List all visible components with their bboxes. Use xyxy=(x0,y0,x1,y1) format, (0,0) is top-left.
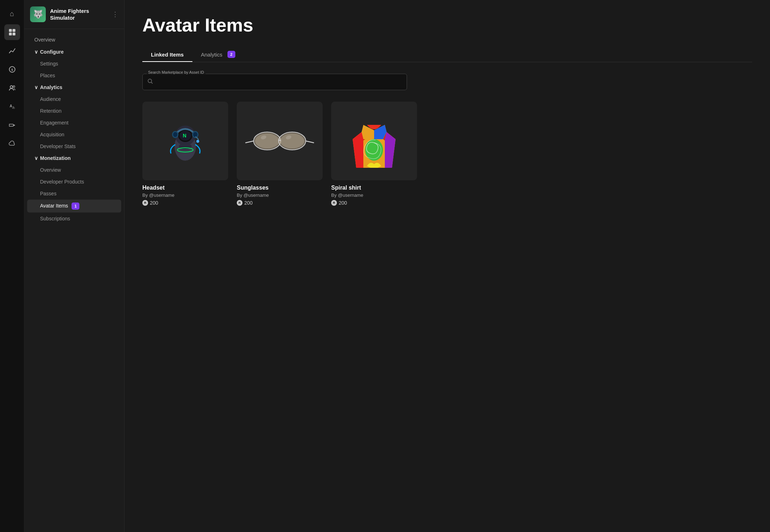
tab-linked-items-label: Linked Items xyxy=(151,52,184,58)
tabs-container: Linked Items Analytics 2 xyxy=(142,47,752,62)
analytics-label: Analytics xyxy=(40,84,62,90)
item-card-spiral-shirt[interactable]: Spiral shirt By @username R 200 xyxy=(331,102,417,206)
svg-point-7 xyxy=(13,86,15,88)
item-image-sunglasses xyxy=(237,102,323,180)
nav-cloud[interactable] xyxy=(4,136,20,152)
game-title: Anime Fighters Simulator xyxy=(50,8,108,21)
tab-analytics[interactable]: Analytics 2 xyxy=(192,47,244,62)
sidebar-item-retention[interactable]: Retention xyxy=(27,105,121,117)
sidebar-item-engagement[interactable]: Engagement xyxy=(27,117,121,128)
nav-ads[interactable] xyxy=(4,117,20,133)
item-by-sunglasses: By @username xyxy=(237,192,323,198)
sidebar-nav: Overview ∨ Configure Settings Places ∨ A… xyxy=(24,29,124,532)
svg-point-22 xyxy=(196,140,199,143)
item-price-headset: R 200 xyxy=(142,200,228,206)
robux-icon-spiral-shirt: R xyxy=(331,200,337,206)
item-image-spiral-shirt xyxy=(331,102,417,180)
svg-rect-3 xyxy=(13,33,15,35)
svg-rect-0 xyxy=(9,29,12,32)
nav-monetization[interactable]: $ xyxy=(4,62,20,77)
sidebar-item-subscriptions[interactable]: Subscriptions xyxy=(27,213,121,224)
sidebar-item-audience[interactable]: Audience xyxy=(27,93,121,105)
configure-chevron: ∨ xyxy=(34,49,38,55)
item-name-sunglasses: Sunglasses xyxy=(237,185,323,191)
sidebar-item-avatar-items[interactable]: Avatar Items 1 xyxy=(27,200,121,213)
item-image-headset: N xyxy=(142,102,228,180)
sidebar-item-developer-stats[interactable]: Developer Stats xyxy=(27,141,121,152)
search-label: Search Marketplace by Asset ID xyxy=(147,70,206,74)
sidebar-item-passes[interactable]: Passes xyxy=(27,188,121,199)
analytics-chevron: ∨ xyxy=(34,84,38,90)
svg-text:N: N xyxy=(183,133,186,138)
icon-rail: ⌂ $ A あ xyxy=(0,0,24,532)
svg-rect-1 xyxy=(13,29,15,32)
nav-analytics[interactable] xyxy=(4,43,20,59)
svg-rect-2 xyxy=(9,33,12,35)
svg-point-6 xyxy=(10,86,13,88)
svg-point-20 xyxy=(173,132,177,137)
items-grid: N xyxy=(142,102,752,206)
nav-translate[interactable]: A あ xyxy=(4,99,20,114)
search-input[interactable] xyxy=(142,74,407,90)
tab-analytics-label: Analytics xyxy=(201,52,222,58)
sidebar-game-header: 🐺 Anime Fighters Simulator ⋮ xyxy=(24,0,124,29)
svg-text:$: $ xyxy=(11,68,13,72)
game-avatar: 🐺 xyxy=(30,6,46,22)
item-price-sunglasses: R 200 xyxy=(237,200,323,206)
sidebar-item-places[interactable]: Places xyxy=(27,70,121,81)
robux-icon-headset: R xyxy=(142,200,148,206)
search-container: Search Marketplace by Asset ID xyxy=(142,74,407,90)
sidebar-section-configure[interactable]: ∨ Configure xyxy=(27,46,121,58)
robux-icon-sunglasses: R xyxy=(237,200,242,206)
sidebar: 🐺 Anime Fighters Simulator ⋮ Overview ∨ … xyxy=(24,0,124,532)
sidebar-item-settings[interactable]: Settings xyxy=(27,58,121,69)
sidebar-section-analytics[interactable]: ∨ Analytics xyxy=(27,82,121,93)
avatar-items-badge: 1 xyxy=(72,202,79,210)
configure-label: Configure xyxy=(40,49,64,55)
svg-text:あ: あ xyxy=(12,106,15,109)
svg-point-26 xyxy=(255,133,279,148)
sidebar-item-monetization-overview[interactable]: Overview xyxy=(27,164,121,176)
item-card-sunglasses[interactable]: Sunglasses By @username R 200 xyxy=(237,102,323,206)
sidebar-item-overview[interactable]: Overview xyxy=(27,34,121,46)
sidebar-item-acquisition[interactable]: Acquisition xyxy=(27,129,121,140)
svg-point-21 xyxy=(193,132,197,137)
search-icon xyxy=(147,78,153,86)
page-title: Avatar Items xyxy=(142,14,752,36)
main-content: Avatar Items Linked Items Analytics 2 Se… xyxy=(124,0,770,532)
item-name-headset: Headset xyxy=(142,185,228,191)
more-options-button[interactable]: ⋮ xyxy=(112,10,118,18)
sidebar-item-developer-products[interactable]: Developer Products xyxy=(27,176,121,187)
item-by-headset: By @username xyxy=(142,192,228,198)
nav-users[interactable] xyxy=(4,80,20,96)
tab-linked-items[interactable]: Linked Items xyxy=(142,48,192,62)
svg-line-12 xyxy=(151,82,152,83)
svg-line-30 xyxy=(306,141,314,143)
svg-line-29 xyxy=(246,141,254,143)
analytics-badge: 2 xyxy=(227,51,235,58)
nav-creations[interactable] xyxy=(4,24,20,40)
item-name-spiral-shirt: Spiral shirt xyxy=(331,185,417,191)
item-card-headset[interactable]: N xyxy=(142,102,228,206)
monetization-chevron: ∨ xyxy=(34,155,38,161)
item-by-spiral-shirt: By @username xyxy=(331,192,417,198)
monetization-label: Monetization xyxy=(40,155,71,161)
svg-point-28 xyxy=(280,133,304,148)
nav-home[interactable]: ⌂ xyxy=(4,6,20,21)
sidebar-section-monetization[interactable]: ∨ Monetization xyxy=(27,152,121,164)
item-price-spiral-shirt: R 200 xyxy=(331,200,417,206)
